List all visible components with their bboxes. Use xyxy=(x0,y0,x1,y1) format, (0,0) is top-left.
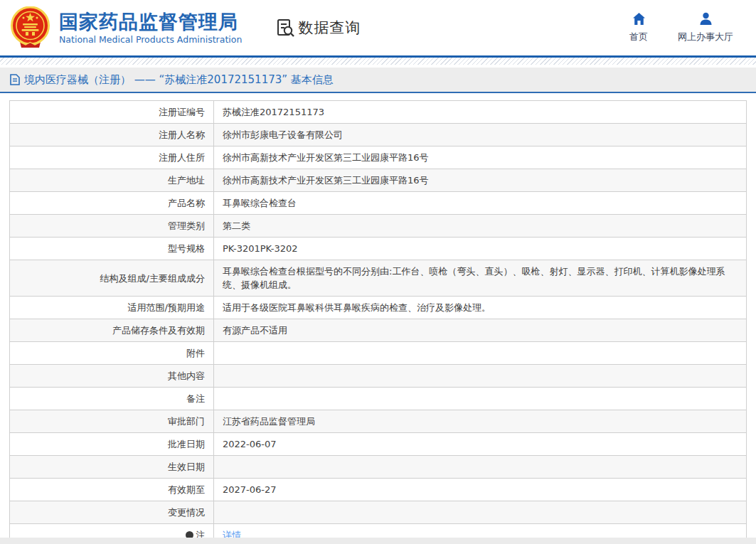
nav-item-service-hall-label: 网上办事大厅 xyxy=(678,31,733,43)
row-label: 注册证编号 xyxy=(10,101,214,124)
table-row: 变更情况 xyxy=(10,501,747,524)
registration-info-table: 注册证编号苏械注准20172151173注册人名称徐州市彭康电子设备有限公司注册… xyxy=(9,100,747,544)
table-row: 生产地址徐州市高新技术产业开发区第三工业园康平路16号 xyxy=(10,169,747,192)
site-header: 国家药品监督管理局 National Medical Products Admi… xyxy=(0,0,756,55)
page-title-bar: 境内医疗器械（注册） —— “苏械注准20172151173” 基本信息 xyxy=(0,68,756,93)
row-label: 适用范围/预期用途 xyxy=(10,297,214,319)
table-row: 产品名称耳鼻喉综合检查台 xyxy=(10,192,747,215)
table-row: 适用范围/预期用途适用于各级医院耳鼻喉科供耳鼻喉疾病的检查、治疗及影像处理。 xyxy=(10,297,747,319)
national-emblem-icon xyxy=(10,6,50,49)
data-query-label: 数据查询 xyxy=(298,18,361,38)
row-value: 2027-06-27 xyxy=(214,479,747,501)
row-label: 结构及组成/主要组成成分 xyxy=(10,260,214,297)
row-value xyxy=(214,342,747,365)
row-value: 徐州市彭康电子设备有限公司 xyxy=(214,124,747,146)
site-logo: 国家药品监督管理局 National Medical Products Admi… xyxy=(10,6,242,49)
home-icon xyxy=(632,12,646,26)
table-row: 结构及组成/主要组成成分耳鼻喉综合检查台根据型号的不同分别由:工作台、喷枪（弯头… xyxy=(10,260,747,297)
table-row: 有效期至2027-06-27 xyxy=(10,479,747,501)
row-label: 管理类别 xyxy=(10,215,214,238)
table-row: 管理类别第二类 xyxy=(10,215,747,238)
site-subtitle: National Medical Products Administration xyxy=(59,34,242,45)
page-icon xyxy=(10,74,20,85)
row-value: 徐州市高新技术产业开发区第三工业园康平路16号 xyxy=(214,169,747,192)
table-row: 型号规格PK-3201PK-3202 xyxy=(10,238,747,260)
row-value: 苏械注准20172151173 xyxy=(214,101,747,124)
row-label: 生效日期 xyxy=(10,456,214,479)
nav-item-home-label: 首页 xyxy=(629,31,648,43)
person-icon xyxy=(699,12,713,26)
page-title: 境内医疗器械（注册） —— “苏械注准20172151173” 基本信息 xyxy=(24,73,334,87)
registration-info-table-wrap: 注册证编号苏械注准20172151173注册人名称徐州市彭康电子设备有限公司注册… xyxy=(9,100,747,544)
row-label: 生产地址 xyxy=(10,169,214,192)
row-label: 审批部门 xyxy=(10,410,214,433)
row-label: 批准日期 xyxy=(10,433,214,456)
site-title: 国家药品监督管理局 xyxy=(59,11,242,33)
row-label: 附件 xyxy=(10,342,214,365)
document-search-icon xyxy=(276,18,295,38)
table-row: 附件 xyxy=(10,342,747,365)
row-label: 产品储存条件及有效期 xyxy=(10,319,214,342)
row-label: 变更情况 xyxy=(10,501,214,524)
table-row: 注册人名称徐州市彭康电子设备有限公司 xyxy=(10,124,747,146)
row-label: 产品名称 xyxy=(10,192,214,215)
row-label: 有效期至 xyxy=(10,479,214,501)
row-value: 徐州市高新技术产业开发区第三工业园康平路16号 xyxy=(214,146,747,169)
table-row: 产品储存条件及有效期有源产品不适用 xyxy=(10,319,747,342)
row-value: 适用于各级医院耳鼻喉科供耳鼻喉疾病的检查、治疗及影像处理。 xyxy=(214,297,747,319)
row-value xyxy=(214,456,747,479)
nav-item-home[interactable]: 首页 xyxy=(629,12,648,43)
info-table-body: 注册证编号苏械注准20172151173注册人名称徐州市彭康电子设备有限公司注册… xyxy=(10,101,747,544)
row-value xyxy=(214,365,747,388)
table-row: 其他内容 xyxy=(10,365,747,388)
table-row: 审批部门江苏省药品监督管理局 xyxy=(10,410,747,433)
row-label: 其他内容 xyxy=(10,365,214,388)
header-nav: 首页 网上办事大厅 xyxy=(629,12,743,43)
row-value: 有源产品不适用 xyxy=(214,319,747,342)
table-row: 备注 xyxy=(10,388,747,410)
row-label: 型号规格 xyxy=(10,238,214,260)
site-logo-text: 国家药品监督管理局 National Medical Products Admi… xyxy=(59,11,242,45)
table-row: 注册证编号苏械注准20172151173 xyxy=(10,101,747,124)
table-row: 批准日期2022-06-07 xyxy=(10,433,747,456)
row-value: 第二类 xyxy=(214,215,747,238)
hatch-pattern-band xyxy=(0,58,756,65)
row-value xyxy=(214,501,747,524)
row-value: 2022-06-07 xyxy=(214,433,747,456)
row-value: 江苏省药品监督管理局 xyxy=(214,410,747,433)
row-label: 注册人名称 xyxy=(10,124,214,146)
table-row: 注册人住所徐州市高新技术产业开发区第三工业园康平路16号 xyxy=(10,146,747,169)
row-label: 注册人住所 xyxy=(10,146,214,169)
row-value xyxy=(214,388,747,410)
row-value: 耳鼻喉综合检查台根据型号的不同分别由:工作台、喷枪（弯头、直头）、吸枪、射灯、显… xyxy=(214,260,747,297)
nav-item-service-hall[interactable]: 网上办事大厅 xyxy=(678,12,733,43)
row-value: PK-3201PK-3202 xyxy=(214,238,747,260)
footer-strip xyxy=(0,538,756,544)
table-row: 生效日期 xyxy=(10,456,747,479)
row-label: 备注 xyxy=(10,388,214,410)
data-query-nav[interactable]: 数据查询 xyxy=(276,18,361,38)
row-value: 耳鼻喉综合检查台 xyxy=(214,192,747,215)
